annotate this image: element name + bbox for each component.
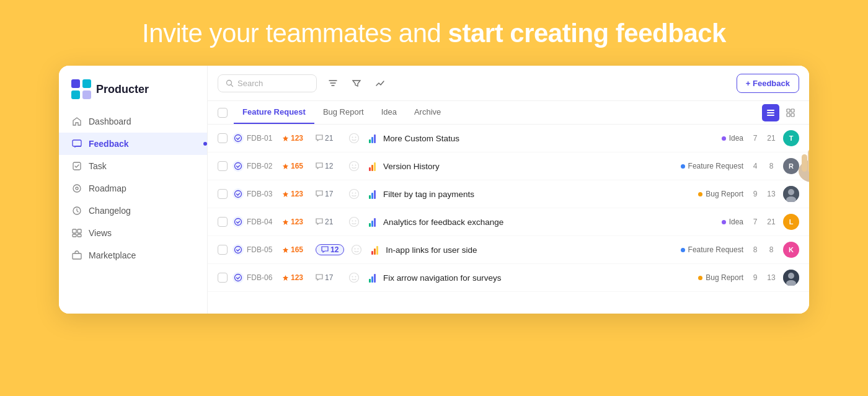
search-box[interactable]: Search (218, 74, 317, 92)
emoji-reaction (347, 187, 361, 201)
row-checkbox[interactable] (218, 161, 228, 171)
row-id: FDB-06 (247, 273, 272, 282)
comment-count: 17 (316, 190, 342, 198)
count1: 9 (751, 273, 760, 282)
count2: 21 (767, 218, 776, 226)
table-row[interactable]: FDB-02 165 12 Version History Feature Re… (208, 152, 809, 180)
sidebar-item-roadmap[interactable]: Roadmap (59, 177, 207, 200)
row-checkbox[interactable] (218, 273, 228, 283)
sidebar: Producter Dashboard Feedback Task (59, 66, 208, 314)
sidebar-item-marketplace[interactable]: Marketplace (59, 244, 207, 266)
row-meta: Feature Request 8 8 K (681, 242, 799, 258)
svg-point-29 (235, 191, 242, 198)
chart-icon (369, 273, 376, 283)
tag-label: Bug Report (698, 273, 743, 282)
filter-button[interactable] (347, 73, 366, 93)
tab-archive[interactable]: Archive (405, 101, 450, 124)
vote-count: 123 (282, 218, 311, 226)
svg-point-38 (352, 221, 353, 222)
row-id-badge: FDB-05 (232, 244, 277, 255)
trend-button[interactable] (370, 73, 390, 93)
status-circle (232, 188, 244, 200)
select-all-checkbox[interactable] (218, 108, 228, 118)
row-title: Fix arrow navigation for surveys (383, 273, 693, 283)
chart-icon (369, 161, 376, 171)
count2: 13 (767, 273, 776, 282)
tag-label: Feature Request (681, 245, 743, 254)
chart-bar (371, 276, 373, 283)
row-id: FDB-03 (247, 190, 272, 198)
row-id-badge: FDB-04 (232, 216, 277, 227)
svg-point-47 (355, 276, 356, 278)
chart-bar (371, 251, 373, 255)
row-checkbox[interactable] (218, 189, 228, 199)
chart-bar (374, 274, 376, 283)
chart-bar (376, 246, 378, 255)
row-title: Filter by tag in payments (383, 190, 693, 199)
sidebar-item-task[interactable]: Task (59, 155, 207, 177)
tag-text: Idea (729, 134, 743, 143)
svg-point-41 (352, 245, 361, 255)
chart-bar (369, 167, 371, 171)
comment-count: 12 (316, 162, 342, 170)
changelog-icon (71, 205, 82, 216)
table-row[interactable]: FDB-04 123 21 Analytics for feedback exc… (208, 208, 809, 236)
row-checkbox[interactable] (218, 133, 228, 143)
logo-icon (71, 79, 91, 99)
sidebar-item-changelog[interactable]: Changelog (59, 200, 207, 222)
comment-count: 21 (316, 134, 342, 143)
vote-count: 123 (282, 273, 311, 282)
feedback-button[interactable]: + Feedback (737, 74, 799, 93)
sidebar-label-views: Views (89, 228, 112, 238)
tag-text: Bug Report (706, 190, 743, 198)
tab-idea[interactable]: Idea (373, 101, 405, 124)
sidebar-item-feedback[interactable]: Feedback (59, 133, 207, 155)
tag-label: Idea (722, 134, 743, 143)
svg-point-30 (350, 190, 359, 199)
svg-point-25 (235, 163, 242, 170)
page-wrapper: Invite your teammates and start creating… (0, 0, 868, 396)
table-row[interactable]: FDB-01 123 21 More Custom Status Idea 7 … (208, 125, 809, 152)
row-id-badge: FDB-03 (232, 188, 277, 200)
svg-rect-19 (787, 113, 790, 117)
table-row[interactable]: FDB-03 123 17 Filter by tag in payments … (208, 180, 809, 208)
svg-point-49 (788, 273, 794, 279)
views-icon (71, 227, 82, 239)
row-meta: Idea 7 21 T (722, 130, 799, 146)
sidebar-item-dashboard[interactable]: Dashboard (59, 110, 207, 133)
tab-feature-request[interactable]: Feature Request (234, 101, 314, 124)
count1: 7 (751, 134, 760, 143)
row-meta: Bug Report 9 13 (698, 270, 799, 286)
toolbar: Search + Feedback (208, 66, 809, 101)
logo-area: Producter (59, 76, 207, 110)
chart-bar (371, 193, 373, 199)
svg-rect-4 (73, 140, 81, 146)
comment-count: 12 (316, 244, 344, 255)
tab-bug-report[interactable]: Bug Report (314, 101, 373, 124)
row-checkbox[interactable] (218, 217, 228, 227)
tag-label: Bug Report (698, 190, 743, 198)
svg-rect-11 (78, 234, 81, 237)
svg-point-22 (350, 134, 359, 143)
row-checkbox[interactable] (218, 245, 228, 255)
grid-view-button[interactable] (782, 104, 799, 121)
filter-columns-button[interactable] (323, 73, 343, 93)
list-view-button[interactable] (762, 104, 779, 121)
svg-rect-14 (767, 110, 774, 111)
sidebar-item-views[interactable]: Views (59, 222, 207, 244)
table-row[interactable]: FDB-05 165 12 In-app links for user side… (208, 236, 809, 264)
chart-bar (374, 162, 376, 171)
chart-bar (371, 221, 373, 227)
svg-point-46 (352, 276, 353, 278)
row-id: FDB-05 (247, 245, 272, 254)
home-icon (71, 116, 82, 127)
count1: 9 (751, 190, 760, 198)
table-row[interactable]: FDB-06 123 17 Fix arrow navigation for s… (208, 264, 809, 292)
chart-bar (374, 190, 376, 199)
search-icon (226, 79, 234, 87)
svg-point-43 (358, 249, 359, 250)
chart-icon (369, 217, 376, 227)
status-circle (232, 244, 244, 255)
row-id-badge: FDB-02 (232, 161, 277, 172)
sidebar-label-changelog: Changelog (89, 206, 131, 216)
